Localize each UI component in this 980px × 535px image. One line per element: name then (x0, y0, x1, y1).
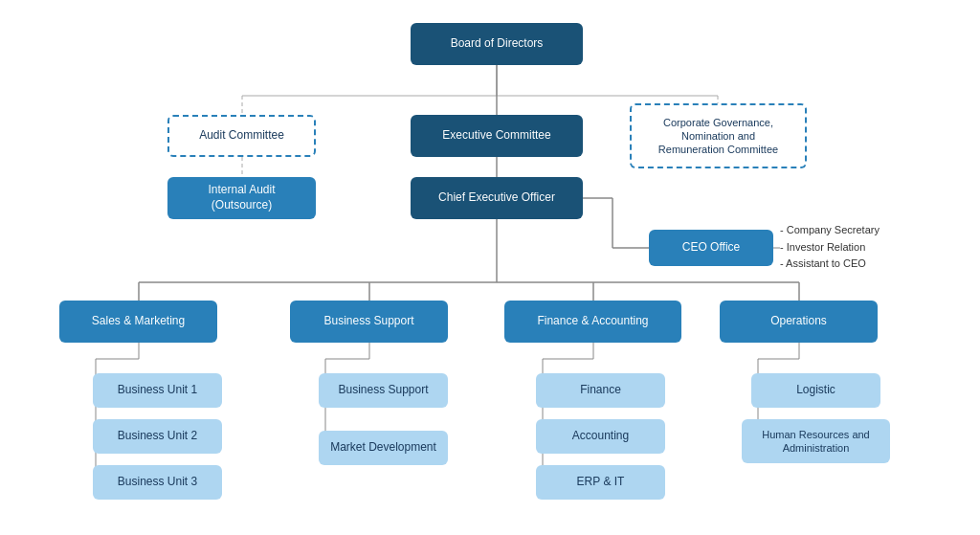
finance-node: Finance (536, 373, 665, 408)
bu1-node: Business Unit 1 (93, 373, 222, 408)
audit-committee-label: Audit Committee (199, 128, 284, 144)
operations-node: Operations (720, 301, 878, 343)
bu2-label: Business Unit 2 (118, 429, 197, 444)
board-label: Board of Directors (451, 36, 544, 52)
ceo-node: Chief Executive Officer (411, 177, 583, 219)
market-dev-node: Market Development (319, 431, 448, 465)
audit-committee-node: Audit Committee (167, 115, 316, 157)
bu2-node: Business Unit 2 (93, 419, 222, 454)
hr-admin-node: Human Resources andAdministration (742, 419, 890, 463)
bu1-label: Business Unit 1 (118, 383, 197, 398)
logistic-label: Logistic (796, 383, 835, 398)
exec-committee-node: Executive Committee (411, 115, 583, 157)
operations-label: Operations (770, 314, 827, 329)
biz-support-label: Business Support (323, 314, 413, 329)
ceo-label: Chief Executive Officer (438, 190, 555, 206)
internal-audit-label: Internal Audit(Outsource) (208, 183, 275, 212)
corp-gov-node: Corporate Governance,Nomination andRemun… (630, 103, 807, 168)
finance-acc-label: Finance & Accounting (537, 314, 648, 329)
bu3-label: Business Unit 3 (118, 475, 197, 490)
erp-it-node: ERP & IT (536, 465, 665, 500)
accounting-label: Accounting (572, 429, 629, 444)
board-of-directors-node: Board of Directors (411, 23, 583, 65)
sales-marketing-node: Sales & Marketing (59, 301, 217, 343)
biz-support-sub-node: Business Support (319, 373, 448, 408)
ceo-office-label: CEO Office (682, 240, 740, 256)
ceo-office-node: CEO Office (649, 230, 773, 266)
ceo-office-list: - Company Secretary- Investor Relation- … (780, 222, 957, 273)
hr-admin-label: Human Resources andAdministration (762, 428, 870, 456)
market-dev-label: Market Development (330, 440, 436, 456)
erp-it-label: ERP & IT (577, 475, 625, 490)
org-chart: Board of Directors Audit Committee Execu… (0, 0, 980, 535)
biz-support-node: Business Support (290, 301, 448, 343)
exec-committee-label: Executive Committee (442, 128, 550, 144)
internal-audit-node: Internal Audit(Outsource) (167, 177, 316, 219)
accounting-node: Accounting (536, 419, 665, 454)
biz-support-sub-label: Business Support (338, 383, 428, 398)
finance-accounting-node: Finance & Accounting (504, 301, 681, 343)
bu3-node: Business Unit 3 (93, 465, 222, 500)
corp-gov-label: Corporate Governance,Nomination andRemun… (658, 116, 778, 157)
logistic-node: Logistic (751, 373, 880, 408)
sales-label: Sales & Marketing (92, 314, 185, 329)
ceo-office-list-text: - Company Secretary- Investor Relation- … (780, 224, 880, 269)
finance-label: Finance (580, 383, 621, 398)
